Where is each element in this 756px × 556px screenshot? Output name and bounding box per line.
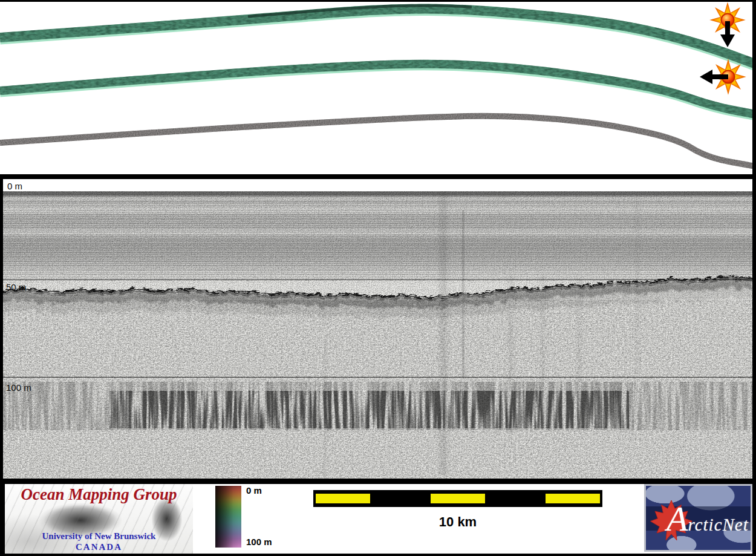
depth-line-50m [3, 280, 752, 280]
colorbar-top-label: 0 m [246, 485, 262, 495]
water-column-artifact [506, 276, 516, 433]
frame-bottom [0, 554, 756, 556]
depth-label-50m: 50 m [6, 282, 26, 292]
water-column-artifact [462, 211, 464, 377]
water-column-artifact [437, 191, 450, 476]
scalebar-segment [316, 494, 370, 503]
frame-left-echogram [0, 179, 3, 479]
scalebar-segment [546, 494, 600, 503]
arcticnet-wordmark: ArcticNet [666, 502, 752, 537]
swath-lines [0, 5, 756, 166]
water-column-artifact [634, 200, 641, 376]
scalebar-segment [431, 494, 485, 503]
frame-right [752, 0, 756, 556]
water-column-artifact [322, 339, 329, 479]
depth-colorbar [215, 486, 241, 548]
omg-subtitle: University of New Brunswick [5, 531, 193, 541]
ocean-mapping-group-logo: Ocean Mapping Group University of New Br… [5, 484, 193, 554]
colorbar-bottom-label: 100 m [246, 537, 272, 547]
footer-band: Ocean Mapping Group University of New Br… [5, 484, 752, 554]
depth-line-100m [3, 377, 752, 378]
depth-label-100m: 100 m [6, 382, 31, 393]
water-column-artifact [538, 276, 548, 424]
subbottom-profile-panel: 0 m 50 m 100 m [3, 179, 752, 479]
depth-label-0m: 0 m [7, 181, 22, 191]
frame-top [0, 0, 756, 2]
distance-scalebar [313, 490, 602, 507]
depth-zero-band [3, 179, 752, 191]
arcticnet-logo: ArcticNet [644, 484, 752, 552]
water-column-artifact [575, 279, 584, 421]
swath-coverage-graphic [0, 0, 756, 174]
swath-coverage-panel [0, 0, 756, 174]
arcticnet-rest: rcticNet [688, 515, 748, 534]
arcticnet-initial: A [666, 499, 688, 538]
figure: 0 m 50 m 100 m Ocean Mapping Group Unive… [0, 0, 756, 556]
panel-separator [0, 479, 756, 484]
omg-country: CANADA [5, 542, 193, 552]
omg-title: Ocean Mapping Group [5, 485, 193, 504]
frame-left-footer [0, 484, 5, 556]
panel-separator [0, 174, 756, 179]
scalebar-label: 10 km [313, 514, 602, 530]
